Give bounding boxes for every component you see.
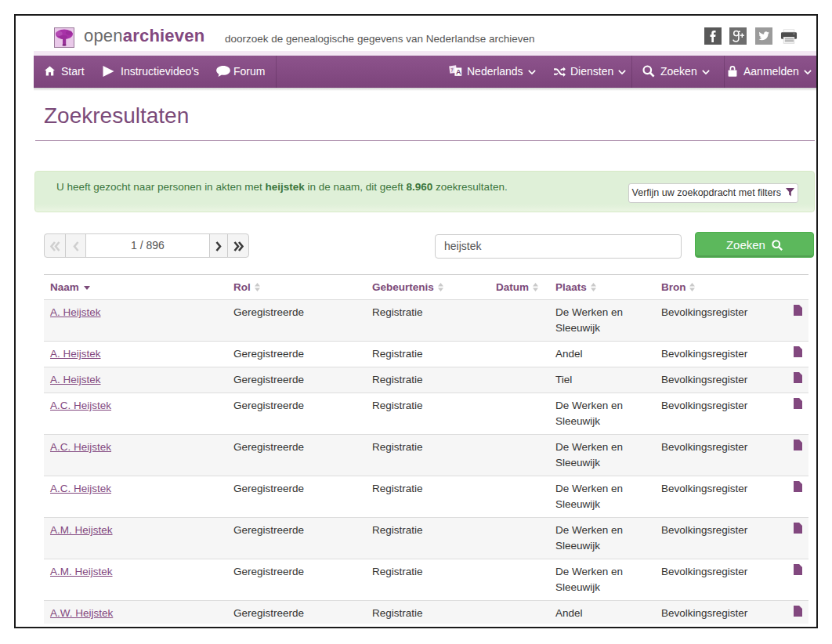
svg-text:A: A (456, 68, 461, 76)
